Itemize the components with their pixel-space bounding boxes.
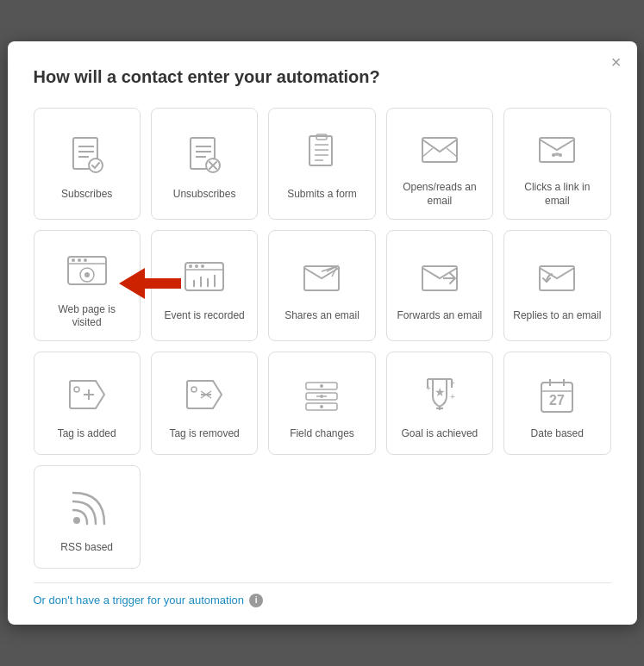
date-based-label: Date based bbox=[531, 427, 584, 441]
svg-point-35 bbox=[189, 265, 192, 268]
svg-line-20 bbox=[447, 148, 457, 157]
forwards-email-icon bbox=[414, 251, 466, 302]
card-unsubscribes[interactable]: Unsubscribes bbox=[151, 108, 258, 219]
svg-point-28 bbox=[78, 258, 81, 262]
svg-point-36 bbox=[195, 265, 198, 268]
clicks-link-icon bbox=[531, 122, 583, 174]
goal-achieved-icon: ★ + + + bbox=[414, 369, 466, 420]
submits-form-label: Submits a form bbox=[287, 188, 357, 202]
svg-point-29 bbox=[84, 258, 87, 262]
svg-point-4 bbox=[89, 159, 103, 172]
svg-text:+: + bbox=[426, 383, 431, 393]
card-shares-email[interactable]: Shares an email bbox=[268, 230, 375, 341]
svg-rect-12 bbox=[309, 136, 332, 165]
svg-point-58 bbox=[320, 384, 323, 388]
rss-based-label: RSS based bbox=[60, 541, 113, 555]
card-field-changes[interactable]: Field changes bbox=[268, 352, 375, 455]
unsubscribes-label: Unsubscribes bbox=[173, 188, 236, 202]
goal-achieved-label: Goal is achieved bbox=[402, 427, 478, 441]
tag-added-icon bbox=[61, 369, 113, 420]
modal-title: How will a contact enter your automation… bbox=[34, 67, 611, 87]
forwards-email-label: Forwards an email bbox=[397, 309, 483, 323]
svg-point-60 bbox=[320, 405, 323, 408]
svg-text:+: + bbox=[450, 392, 455, 401]
replies-email-icon bbox=[531, 251, 583, 302]
shares-email-label: Shares an email bbox=[284, 309, 360, 323]
shares-email-icon bbox=[296, 251, 347, 302]
card-opens-reads-email[interactable]: Opens/reads an email bbox=[386, 108, 493, 219]
submits-form-icon bbox=[296, 129, 347, 181]
opens-reads-email-icon bbox=[414, 122, 466, 174]
card-date-based[interactable]: 27 Date based bbox=[503, 352, 610, 455]
subscribes-icon bbox=[61, 129, 113, 181]
svg-text:+: + bbox=[450, 378, 455, 388]
web-page-visited-icon bbox=[61, 245, 113, 296]
card-tag-removed[interactable]: Tag is removed bbox=[151, 352, 258, 455]
tag-removed-label: Tag is removed bbox=[169, 427, 239, 441]
svg-point-23 bbox=[559, 153, 562, 157]
card-subscribes[interactable]: Subscribes bbox=[34, 108, 141, 219]
date-based-icon: 27 bbox=[531, 369, 583, 420]
unsubscribes-icon bbox=[178, 129, 230, 181]
card-goal-achieved[interactable]: ★ + + + Goal is achieved bbox=[386, 352, 493, 455]
footer-link-text: Or don't have a trigger for your automat… bbox=[34, 594, 245, 607]
svg-line-19 bbox=[422, 148, 433, 157]
svg-point-37 bbox=[201, 265, 204, 268]
svg-text:27: 27 bbox=[549, 393, 565, 408]
close-button[interactable]: × bbox=[611, 53, 622, 71]
subscribes-label: Subscribes bbox=[61, 188, 112, 202]
card-rss-based[interactable]: RSS based bbox=[34, 465, 141, 569]
svg-point-27 bbox=[72, 258, 75, 262]
svg-point-31 bbox=[84, 272, 90, 277]
info-icon: i bbox=[249, 594, 263, 607]
rss-based-icon bbox=[61, 482, 113, 534]
svg-point-48 bbox=[74, 387, 79, 392]
replies-email-label: Replies to an email bbox=[513, 309, 601, 323]
event-recorded-label: Event is recorded bbox=[164, 309, 244, 323]
automation-trigger-modal: How will a contact enter your automation… bbox=[8, 41, 637, 624]
svg-point-22 bbox=[552, 153, 555, 157]
clicks-link-label: Clicks a link in email bbox=[513, 181, 601, 208]
web-page-visited-label: Web page is visited bbox=[43, 303, 131, 330]
trigger-grid: Subscribes Unsubscribes bbox=[34, 108, 611, 568]
card-forwards-email[interactable]: Forwards an email bbox=[386, 230, 493, 341]
card-web-page-visited[interactable]: Web page is visited bbox=[34, 230, 141, 341]
tag-removed-icon bbox=[178, 369, 230, 420]
field-changes-label: Field changes bbox=[290, 427, 354, 441]
svg-point-51 bbox=[191, 387, 197, 392]
card-replies-email[interactable]: Replies to an email bbox=[503, 230, 610, 341]
svg-point-78 bbox=[73, 517, 80, 524]
card-submits-form[interactable]: Submits a form bbox=[268, 108, 375, 219]
tag-added-label: Tag is added bbox=[58, 427, 116, 441]
opens-reads-email-label: Opens/reads an email bbox=[396, 181, 484, 208]
card-tag-added[interactable]: Tag is added bbox=[34, 352, 141, 455]
no-trigger-link[interactable]: Or don't have a trigger for your automat… bbox=[34, 594, 611, 607]
svg-rect-18 bbox=[422, 138, 457, 162]
svg-point-59 bbox=[320, 395, 323, 398]
event-recorded-icon bbox=[178, 251, 230, 302]
field-changes-icon bbox=[296, 369, 347, 420]
svg-text:★: ★ bbox=[434, 385, 445, 399]
card-event-recorded[interactable]: Event is recorded bbox=[151, 230, 258, 341]
card-clicks-link[interactable]: Clicks a link in email bbox=[503, 108, 610, 219]
footer-divider bbox=[34, 582, 611, 583]
